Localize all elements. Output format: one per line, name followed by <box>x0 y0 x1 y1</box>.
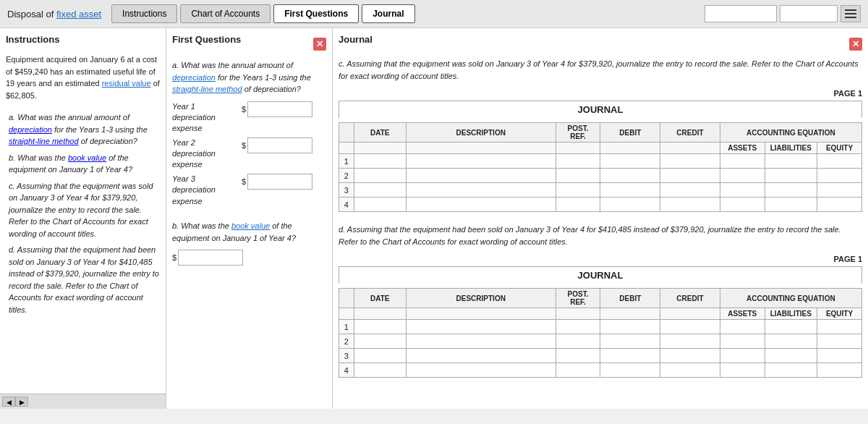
scroll-left-button[interactable]: ◀ <box>2 397 15 407</box>
col-liabilities-d: LIABILITIES <box>765 308 817 320</box>
year3-label: Year 3 depreciation expense <box>172 174 237 207</box>
depreciation-link-fq[interactable]: depreciation <box>172 73 216 82</box>
col-debit-d: DEBIT <box>600 289 660 308</box>
depreciation-link-a[interactable]: depreciation <box>9 125 52 134</box>
journal-desc-c: c. Assuming that the equipment was sold … <box>339 58 862 82</box>
straight-line-link-fq[interactable]: straight-line method <box>172 85 242 93</box>
col-desc: DESCRIPTION <box>406 123 556 143</box>
row1-debit-c[interactable] <box>603 157 657 166</box>
main-content: Instructions Equipment acquired on Janua… <box>0 28 868 409</box>
col-acct-eq: ACCOUNTING EQUATION <box>720 123 861 143</box>
col-debit: DEBIT <box>600 123 660 143</box>
table-row: 4 <box>339 363 862 378</box>
col-credit-d: CREDIT <box>660 289 720 308</box>
menu-line-3 <box>845 17 856 18</box>
top-bar: Disposal of fixed asset Instructions Cha… <box>0 0 868 28</box>
first-questions-close-button[interactable]: ✕ <box>313 38 326 51</box>
table-row: 2 <box>339 334 862 349</box>
first-questions-panel: First Questions ✕ a. What was the annual… <box>166 28 333 409</box>
table-row: 1 <box>339 320 862 334</box>
table-row: 3 <box>339 183 862 198</box>
list-item-a: a. What was the annual amount of depreci… <box>9 111 160 148</box>
table-subheader-c: ASSETS LIABILITIES EQUITY <box>339 143 862 154</box>
year3-input[interactable] <box>247 174 312 190</box>
col-num <box>339 123 354 143</box>
search-input-1[interactable] <box>705 5 777 22</box>
year1-input[interactable] <box>247 101 312 117</box>
list-item-b: b. What was the book value of the equipm… <box>9 152 160 176</box>
part-b-input[interactable] <box>178 250 243 266</box>
year2-input-wrap: $ <box>242 137 312 153</box>
year1-input-wrap: $ <box>242 101 312 117</box>
col-assets: ASSETS <box>720 143 765 154</box>
col-date-d: DATE <box>354 289 406 308</box>
year2-row: Year 2 depreciation expense $ <box>172 137 326 171</box>
instructions-panel: Instructions Equipment acquired on Janua… <box>0 28 166 409</box>
tab-chart-of-accounts[interactable]: Chart of Accounts <box>180 4 271 23</box>
year3-row: Year 3 depreciation expense $ <box>172 174 326 207</box>
menu-button[interactable] <box>841 5 861 22</box>
table-row: 4 <box>339 198 862 212</box>
year3-input-wrap: $ <box>242 174 312 190</box>
scroll-right-button[interactable]: ▶ <box>15 397 28 407</box>
page-label-c: PAGE 1 <box>339 89 862 98</box>
row1-liab-c[interactable] <box>768 157 814 166</box>
search-input-2[interactable] <box>780 5 838 22</box>
row1-equity-c[interactable] <box>820 157 859 166</box>
year2-label: Year 2 depreciation expense <box>172 137 237 171</box>
fixed-asset-link[interactable]: fixed asset <box>56 9 101 20</box>
row1-date-c[interactable] <box>357 157 403 166</box>
row1-postref-c[interactable] <box>559 157 597 166</box>
part-a-intro: a. What was the annual amount of depreci… <box>172 59 326 96</box>
list-item-c: c. Assuming that the equipment was sold … <box>9 180 160 240</box>
instructions-list: a. What was the annual amount of depreci… <box>6 111 160 315</box>
table-row: 1 <box>339 154 862 169</box>
table-subheader-d: ASSETS LIABILITIES EQUITY <box>339 308 862 320</box>
instructions-bottom-bar: ◀ ▶ <box>0 394 166 409</box>
journal-header-row: Journal ✕ <box>339 34 862 54</box>
year2-input[interactable] <box>247 137 312 153</box>
menu-line-2 <box>845 13 856 14</box>
tab-instructions[interactable]: Instructions <box>111 4 177 23</box>
tab-journal[interactable]: Journal <box>362 4 414 23</box>
row1-desc-c[interactable] <box>409 157 553 166</box>
first-questions-header: First Questions <box>172 34 241 48</box>
journal-desc-d: d. Assuming that the equipment had been … <box>339 224 862 247</box>
row1-credit-c[interactable] <box>663 157 717 166</box>
table-row: 3 <box>339 349 862 363</box>
journal-table-c: DATE DESCRIPTION POST. REF. DEBIT CREDIT… <box>339 122 862 212</box>
col-postref-d: POST. REF. <box>556 289 600 308</box>
search-box <box>705 5 861 22</box>
col-equity: EQUITY <box>817 143 862 154</box>
journal-section-d: d. Assuming that the equipment had been … <box>339 224 862 378</box>
table-header-d: DATE DESCRIPTION POST. REF. DEBIT CREDIT… <box>339 289 862 308</box>
journal-section-c: c. Assuming that the equipment was sold … <box>339 58 862 212</box>
instructions-header: Instructions <box>6 34 160 48</box>
tab-first-questions[interactable]: First Questions <box>273 4 359 23</box>
menu-line-1 <box>845 9 856 11</box>
col-equity-d: EQUITY <box>817 308 862 320</box>
col-assets-d: ASSETS <box>720 308 765 320</box>
col-credit: CREDIT <box>660 123 720 143</box>
year1-label: Year 1 depreciation expense <box>172 101 237 135</box>
col-postref: POST. REF. <box>556 123 600 143</box>
row1-assets-c[interactable] <box>723 157 762 166</box>
year1-row: Year 1 depreciation expense $ <box>172 101 326 135</box>
journal-close-button[interactable]: ✕ <box>849 38 862 51</box>
part-b-intro: b. What was the book value of the equipm… <box>172 220 326 244</box>
book-value-link-fq[interactable]: book value <box>231 221 270 230</box>
book-value-link-b[interactable]: book value <box>68 153 106 162</box>
journal-title-c: JOURNAL <box>339 101 862 118</box>
instructions-body: Equipment acquired on January 6 at a cos… <box>6 54 160 101</box>
journal-title-d: JOURNAL <box>339 266 862 284</box>
straight-line-link-a[interactable]: straight-line method <box>9 137 79 145</box>
page-label-d: PAGE 1 <box>339 255 862 263</box>
residual-value-link[interactable]: residual value <box>102 79 151 88</box>
col-num-d <box>339 289 354 308</box>
first-questions-header-row: First Questions ✕ <box>172 34 326 54</box>
page-title: Disposal of fixed asset <box>7 9 101 20</box>
col-acct-eq-d: ACCOUNTING EQUATION <box>720 289 861 308</box>
journal-table-d: DATE DESCRIPTION POST. REF. DEBIT CREDIT… <box>339 288 862 378</box>
col-desc-d: DESCRIPTION <box>406 289 556 308</box>
table-header-c: DATE DESCRIPTION POST. REF. DEBIT CREDIT… <box>339 123 862 143</box>
